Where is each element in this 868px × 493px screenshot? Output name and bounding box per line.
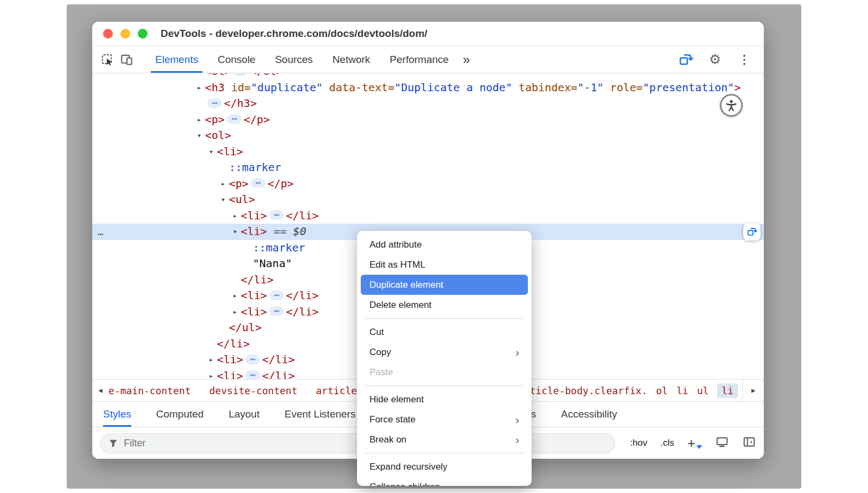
inline-expand-button[interactable]: ⋯ [207,98,222,108]
minimize-button[interactable] [120,29,130,39]
tab-sources[interactable]: Sources [265,46,323,73]
expand-arrow-icon[interactable]: ▸ [233,304,241,320]
dom-tree-row[interactable]: ▸<ol>⋯</ol> [92,73,764,80]
dom-tree-row[interactable]: ▸<p>⋯</p> [92,112,764,128]
inline-expand-button[interactable]: ⋯ [269,306,284,316]
dom-tree-row[interactable]: ▸<p>⋯</p> [92,176,764,192]
browser-window: DevTools - developer.chrome.com/docs/dev… [92,22,764,459]
menu-item-collapse-children[interactable]: Collapse children [361,477,528,486]
menu-item-duplicate-element[interactable]: Duplicate element [361,275,528,295]
dom-tree-row[interactable]: ▾<ol> [92,128,764,144]
dom-token-tag: <ul> [229,192,255,208]
square-arrow-button[interactable] [676,50,695,69]
sidebar-tab-styles[interactable]: Styles [103,402,131,427]
scroll-into-view-badge[interactable] [743,223,761,241]
menu-item-label: Duplicate element [369,280,443,290]
menu-item-cut[interactable]: Cut [361,322,528,342]
expand-arrow-icon[interactable]: ▸ [197,80,205,96]
sidebar-tab-computed[interactable]: Computed [156,402,204,427]
dom-token-tag: </p> [267,176,293,192]
accessibility-person-icon [724,98,738,112]
sidebar-tab-event-listeners[interactable]: Event Listeners [284,402,355,427]
dom-tree-row[interactable]: ▸<h3 id="duplicate" data-text="Duplicate… [92,80,764,96]
kebab-menu-icon[interactable]: ⋮ [735,50,754,69]
submenu-arrow-icon: › [515,414,519,425]
element-classes-button[interactable]: .cls [660,438,674,448]
dom-tree-row[interactable]: ::marker [92,160,764,176]
menu-item-delete-element[interactable]: Delete element [361,295,528,315]
dom-token-tag: </ol> [250,73,283,80]
menu-item-label: Hide element [369,394,424,405]
breadcrumb-item-devsite-content[interactable]: devsite-content [209,385,298,396]
tab-network[interactable]: Network [323,46,380,73]
new-style-rule-button[interactable]: + [687,438,702,449]
zoom-button[interactable] [138,29,148,39]
menu-divider [365,453,524,453]
toggle-device-toolbar-button[interactable] [117,50,137,69]
menu-item-break-on[interactable]: Break on› [361,429,528,450]
menu-item-hide-element[interactable]: Hide element [361,389,528,409]
breadcrumb-item-li[interactable]: li [717,383,738,398]
inline-expand-button[interactable]: ⋯ [269,290,284,300]
menu-item-copy[interactable]: Copy› [361,342,528,362]
dom-token-string: "Nana" [253,256,292,272]
dom-tree-row[interactable]: ▸<li>⋯</li> [92,208,764,224]
breadcrumb-item-rticle-body-clearfix[interactable]: rticle-body.clearfix. [524,385,648,396]
breadcrumb-scroll-left-button[interactable]: ◀ [92,380,108,401]
toggle-element-state-button[interactable]: :hov [630,438,647,448]
expand-arrow-icon[interactable]: ▸ [233,288,241,304]
dom-tree-row[interactable]: ▾<ul> [92,192,764,208]
tab-console[interactable]: Console [208,46,265,73]
sidebar-tab-accessibility[interactable]: Accessibility [561,402,617,427]
breadcrumb-item-e-main-content[interactable]: e-main-content [108,385,191,396]
inline-expand-button[interactable]: ⋯ [245,370,260,379]
toggle-sidebar-button[interactable] [742,435,756,452]
dom-token-tag: </li> [262,352,295,368]
dom-token-tag: </li> [286,208,318,224]
menu-item-label: Break on [369,434,406,445]
accessibility-overlay-button[interactable] [720,94,743,117]
breadcrumb-item-ol[interactable]: ol [656,385,668,396]
inline-expand-button[interactable]: ⋯ [245,355,260,364]
collapse-arrow-icon[interactable]: ▾ [233,224,241,240]
square-arrow-icon [746,226,757,237]
breadcrumb-scroll-right-button[interactable]: ▶ [742,380,764,401]
expand-arrow-icon[interactable]: ▸ [233,208,241,224]
expand-arrow-icon[interactable]: ▸ [197,112,205,128]
close-button[interactable] [103,29,113,39]
expand-arrow-icon[interactable]: ▸ [209,352,217,368]
menu-item-edit-as-html[interactable]: Edit as HTML [361,255,528,275]
inline-expand-button[interactable]: ⋯ [233,73,248,76]
rendering-emulation-button[interactable] [715,435,729,452]
dom-tree-row[interactable]: ⋯</h3> [92,96,764,112]
dom-token-tag: <h3 [205,80,225,96]
menu-item-expand-recursively[interactable]: Expand recursively [361,457,528,477]
breadcrumb-item-li[interactable]: li [676,385,688,396]
panel-tabs: ElementsConsoleSourcesNetworkPerformance [145,46,458,73]
gear-icon[interactable]: ⚙ [705,50,725,69]
breadcrumb-item-ul[interactable]: ul [697,385,709,396]
dom-token-value: "presentation" [643,80,735,96]
dom-token-tag: <ol> [205,73,231,80]
menu-item-force-state[interactable]: Force state› [361,409,528,429]
collapse-arrow-icon[interactable]: ▾ [221,192,229,208]
inline-expand-button[interactable]: ⋯ [227,114,241,124]
menu-item-add-attribute[interactable]: Add attribute [361,235,528,255]
collapse-arrow-icon[interactable]: ▾ [209,144,217,160]
expand-arrow-icon[interactable]: ▸ [221,176,229,192]
expand-arrow-icon[interactable]: ▸ [197,73,205,80]
more-tabs-button[interactable]: » [463,53,470,66]
inline-expand-button[interactable]: ⋯ [269,210,284,220]
tab-elements[interactable]: Elements [145,46,208,73]
tab-performance[interactable]: Performance [380,46,458,73]
inspect-element-button[interactable] [98,50,117,69]
dom-token-attr: tabindex= [512,80,577,96]
breadcrumb-item-article[interactable]: article [316,385,357,396]
inline-expand-button[interactable]: ⋯ [251,178,265,188]
dom-tree-row[interactable]: ▾<li> [92,144,764,160]
title-bar: DevTools - developer.chrome.com/docs/dev… [92,22,764,46]
menu-divider [365,318,524,319]
sidebar-tab-layout[interactable]: Layout [228,402,259,427]
collapse-arrow-icon[interactable]: ▾ [197,128,205,144]
expand-arrow-icon[interactable]: ▸ [209,368,217,380]
